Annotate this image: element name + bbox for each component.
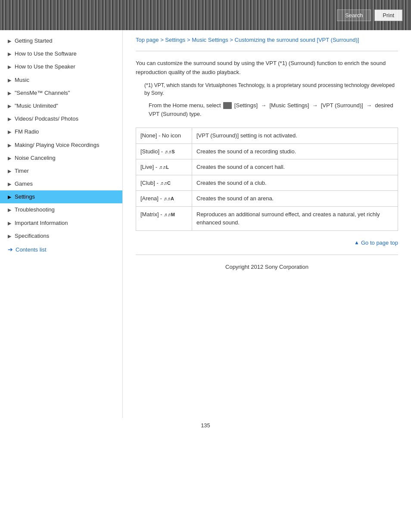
contents-list-link[interactable]: ➔ Contents list [0, 243, 122, 256]
breadcrumb-music-settings[interactable]: Music Settings [192, 37, 228, 43]
sidebar-item-label: How to Use the Software [15, 50, 118, 58]
content-area: Top page > Settings > Music Settings > C… [123, 30, 411, 418]
arrow-icon: ▶ [8, 207, 11, 213]
content-divider [136, 51, 398, 51]
intro-text: You can customize the surround sound by … [136, 59, 398, 77]
sidebar-item-getting-started[interactable]: ▶ Getting Started [0, 34, 122, 47]
sidebar-item-making-playing-voice[interactable]: ▶ Making/ Playing Voice Recordings [0, 139, 122, 152]
vpt-setting-matrix: [Matrix] - ♬♬M [136, 206, 192, 230]
vpt-setting-studio: [Studio] - ♬♬S [136, 143, 192, 159]
sidebar-item-label: Games [15, 180, 118, 188]
sidebar-item-label: Making/ Playing Voice Recordings [15, 141, 118, 149]
arrow-icon: ▶ [8, 77, 11, 84]
breadcrumb-sep3: > [230, 37, 234, 43]
sidebar-item-settings[interactable]: ▶ Settings [0, 190, 122, 203]
vpt-setting-none: [None] - No icon [136, 128, 192, 144]
vpt-setting-club: [Club] - ♬♬C [136, 175, 192, 191]
arrow-icon: ▶ [8, 116, 11, 122]
triangle-icon: ▲ [354, 240, 359, 246]
vpt-table: [None] - No icon [VPT (Surround)] settin… [136, 128, 398, 231]
arrow-right-icon: ➔ [8, 246, 13, 253]
sidebar-item-label: Specifications [15, 232, 118, 240]
sidebar-item-important-information[interactable]: ▶ Important Information [0, 217, 122, 230]
search-button[interactable]: Search [337, 9, 371, 21]
sidebar-item-label: "Music Unlimited" [15, 102, 118, 110]
sidebar-item-how-to-use-software[interactable]: ▶ How to Use the Software [0, 47, 122, 60]
contents-list-label: Contents list [16, 246, 47, 253]
arrow-icon: ▶ [8, 168, 11, 174]
vpt-setting-live: [Live] - ♬♬L [136, 159, 192, 175]
sidebar-item-music-unlimited[interactable]: ▶ "Music Unlimited" [0, 100, 122, 112]
breadcrumb-current[interactable]: Customizing the surround sound [VPT (Sur… [235, 37, 359, 43]
settings-icon-inline [223, 102, 232, 109]
table-row: [Arena] - ♬♬A Creates the sound of an ar… [136, 191, 398, 207]
footnote-text: (*1) VPT, which stands for Virtualphones… [144, 81, 398, 97]
breadcrumb-sep1: > [160, 37, 165, 43]
vpt-desc-arena: Creates the sound of an arena. [192, 191, 398, 207]
sidebar-item-fm-radio[interactable]: ▶ FM Radio [0, 125, 122, 138]
page-top-anchor[interactable]: Go to page top [361, 240, 398, 246]
footer-divider [136, 255, 398, 255]
sidebar-item-videos-podcasts-photos[interactable]: ▶ Videos/ Podcasts/ Photos [0, 112, 122, 125]
arrow-icon: ▶ [8, 38, 11, 44]
sidebar-item-music[interactable]: ▶ Music [0, 74, 122, 87]
page-number: 135 [0, 418, 411, 433]
sidebar-item-specifications[interactable]: ▶ Specifications [0, 230, 122, 243]
arrow-icon: ▶ [8, 64, 11, 70]
sidebar-item-games[interactable]: ▶ Games [0, 177, 122, 190]
breadcrumb-top-page[interactable]: Top page [136, 37, 159, 43]
sidebar-item-label: How to Use the Speaker [15, 63, 118, 71]
vpt-desc-live: Creates the sound of a concert hall. [192, 159, 398, 175]
breadcrumb: Top page > Settings > Music Settings > C… [136, 30, 398, 47]
arrow-icon: ▶ [8, 142, 11, 149]
vpt-desc-none: [VPT (Surround)] setting is not activate… [192, 128, 398, 144]
sidebar-item-label: Troubleshooting [15, 206, 118, 214]
vpt-desc-matrix: Reproduces an additional surround effect… [192, 206, 398, 230]
vpt-setting-arena: [Arena] - ♬♬A [136, 191, 192, 207]
table-row: [Matrix] - ♬♬M Reproduces an additional … [136, 206, 398, 230]
sidebar-item-label: Timer [15, 167, 118, 175]
sidebar-item-label: Settings [15, 193, 118, 201]
footer-copyright: Copyright 2012 Sony Corporation [136, 259, 398, 279]
page-header: Search Print [0, 0, 411, 30]
page-top-link[interactable]: ▲ Go to page top [136, 240, 398, 246]
table-row: [Studio] - ♬♬S Creates the sound of a re… [136, 143, 398, 159]
table-row: [Club] - ♬♬C Creates the sound of a club… [136, 175, 398, 191]
arrow-icon: ▶ [8, 194, 11, 200]
sidebar-item-troubleshooting[interactable]: ▶ Troubleshooting [0, 203, 122, 216]
table-row: [None] - No icon [VPT (Surround)] settin… [136, 128, 398, 144]
arrow-icon: ▶ [8, 233, 11, 240]
sidebar-item-how-to-use-speaker[interactable]: ▶ How to Use the Speaker [0, 60, 122, 73]
arrow-icon: ▶ [8, 90, 11, 96]
breadcrumb-settings[interactable]: Settings [165, 37, 185, 43]
breadcrumb-sep2: > [187, 37, 192, 43]
sidebar-item-label: Getting Started [15, 37, 118, 45]
instruction-text: From the Home menu, select [Settings] → … [149, 101, 398, 119]
vpt-desc-studio: Creates the sound of a recording studio. [192, 143, 398, 159]
table-row: [Live] - ♬♬L Creates the sound of a conc… [136, 159, 398, 175]
arrow-icon: ▶ [8, 103, 11, 109]
sidebar-item-noise-canceling[interactable]: ▶ Noise Canceling [0, 152, 122, 165]
print-button[interactable]: Print [374, 9, 402, 21]
sidebar: ▶ Getting Started ▶ How to Use the Softw… [0, 30, 123, 418]
sidebar-item-sensme-channels[interactable]: ▶ "SensMe™ Channels" [0, 87, 122, 100]
arrow-icon: ▶ [8, 51, 11, 57]
main-container: ▶ Getting Started ▶ How to Use the Softw… [0, 30, 411, 418]
sidebar-item-label: Noise Canceling [15, 154, 118, 162]
sidebar-item-label: Music [15, 76, 118, 84]
arrow-icon: ▶ [8, 220, 11, 227]
vpt-desc-club: Creates the sound of a club. [192, 175, 398, 191]
page-content: You can customize the surround sound by … [136, 59, 398, 246]
sidebar-item-label: Videos/ Podcasts/ Photos [15, 115, 118, 123]
arrow-icon: ▶ [8, 155, 11, 162]
arrow-icon: ▶ [8, 129, 11, 135]
sidebar-item-label: Important Information [15, 219, 118, 227]
arrow-icon: ▶ [8, 181, 11, 187]
sidebar-item-label: "SensMe™ Channels" [15, 89, 118, 97]
sidebar-item-timer[interactable]: ▶ Timer [0, 165, 122, 177]
sidebar-item-label: FM Radio [15, 128, 118, 136]
